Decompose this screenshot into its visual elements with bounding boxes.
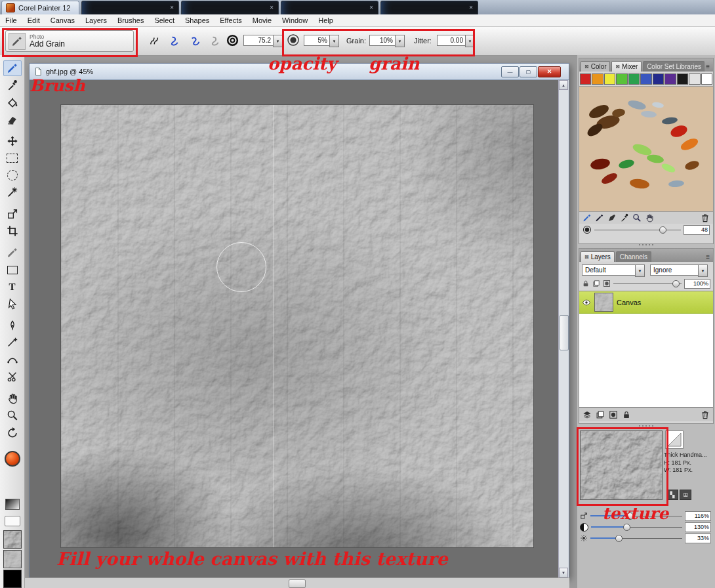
dropdown-arrow-icon[interactable]: ▼ — [395, 35, 405, 47]
dropdown-arrow-icon[interactable]: ▼ — [329, 35, 339, 47]
color-swatch[interactable] — [580, 74, 591, 85]
scroll-down-icon[interactable]: ▼ — [559, 568, 568, 578]
rotate-page-tool[interactable] — [3, 425, 22, 440]
menu-item-edit[interactable]: Edit — [22, 16, 45, 24]
tab-close-icon[interactable]: ✕ — [369, 5, 374, 10]
eraser-tool[interactable] — [3, 112, 22, 127]
layer-mask-icon[interactable] — [603, 280, 611, 287]
menu-item-window[interactable]: Window — [277, 16, 313, 24]
tab-close-icon[interactable]: ✕ — [170, 5, 174, 10]
new-mask-icon[interactable] — [609, 410, 618, 419]
mix-slider[interactable] — [594, 226, 681, 234]
rect-shape-tool[interactable] — [3, 262, 22, 278]
nozzle-selector[interactable] — [3, 513, 22, 529]
mixer-brush-icon[interactable] — [582, 213, 592, 222]
opacity-value[interactable]: 75.2 — [243, 35, 273, 46]
composite-depth-select[interactable]: Ignore ▼ — [650, 264, 708, 276]
tab-layers[interactable]: ⊠ Layers — [581, 251, 615, 262]
menu-item-canvas[interactable]: Canvas — [45, 16, 80, 24]
stroke-option-icon[interactable] — [208, 32, 224, 50]
color-swatch[interactable] — [653, 74, 664, 85]
vertical-scrollbar[interactable]: ▲ ▼ — [558, 80, 569, 578]
stroke-option-icon[interactable] — [188, 32, 203, 50]
magic-wand-tool[interactable] — [3, 184, 22, 200]
layer-visibility-icon[interactable] — [582, 298, 591, 307]
delete-layer-icon[interactable] — [701, 410, 710, 419]
text-tool[interactable]: T — [3, 279, 22, 295]
shape-select-tool[interactable] — [3, 296, 22, 312]
tab-channels[interactable]: Channels — [616, 251, 651, 262]
paper-contrast-slider[interactable] — [591, 523, 682, 532]
paper-contrast-value[interactable]: 130% — [685, 522, 711, 532]
weave-selector[interactable] — [3, 570, 22, 588]
mixer-dropper-icon[interactable] — [620, 213, 629, 222]
pen-tool[interactable] — [3, 318, 22, 333]
grain-value[interactable]: 10% — [369, 35, 395, 46]
lock-layer-icon[interactable] — [622, 410, 631, 419]
mixer-zoom-icon[interactable] — [632, 213, 642, 222]
dropdown-arrow-icon[interactable]: ▼ — [698, 264, 708, 277]
color-swatch[interactable] — [677, 74, 688, 85]
dropper-tool[interactable] — [3, 77, 22, 93]
menu-item-shapes[interactable]: Shapes — [180, 16, 214, 24]
color-swatch[interactable] — [592, 74, 603, 85]
color-swatch[interactable] — [604, 74, 615, 85]
mixer-brush2-icon[interactable] — [595, 213, 604, 222]
palette-knife-icon[interactable] — [607, 213, 617, 222]
cloner-tool[interactable] — [3, 245, 22, 261]
panel-menu-icon[interactable]: ≡ — [706, 63, 712, 72]
layer-row-canvas[interactable]: Canvas — [579, 291, 713, 314]
horizontal-scroll-thumb[interactable] — [289, 579, 306, 588]
document-titlebar[interactable]: ghf.jpg @ 45% — ▢ ✕ — [30, 64, 569, 80]
menu-item-help[interactable]: Help — [313, 16, 338, 24]
tab-close-icon[interactable]: ✕ — [469, 5, 474, 10]
pickup-underlying-icon[interactable] — [592, 280, 600, 287]
dropdown-arrow-icon[interactable]: ▼ — [465, 35, 475, 47]
color-swatch[interactable] — [664, 74, 676, 85]
panel-grip[interactable] — [639, 425, 653, 427]
resat-value[interactable]: 5% — [304, 35, 329, 46]
maximize-button[interactable]: ▢ — [520, 66, 537, 77]
color-swatch[interactable] — [689, 74, 700, 85]
panel-grip[interactable] — [639, 244, 653, 245]
add-point-tool[interactable] — [3, 335, 22, 350]
jitter-field[interactable]: 0.00 ▼ — [437, 35, 475, 46]
paper-options-button[interactable]: ⊞ — [680, 490, 691, 500]
magnifier-tool[interactable] — [3, 408, 22, 423]
canvas[interactable] — [61, 105, 533, 547]
mixer-hand-icon[interactable] — [645, 213, 654, 222]
hidden-tab[interactable]: ✕ — [181, 1, 279, 14]
composite-method-select[interactable]: Default ▼ — [582, 264, 645, 276]
paper-brightness-slider[interactable] — [590, 534, 682, 543]
menu-item-effects[interactable]: Effects — [214, 16, 247, 24]
new-layer-icon[interactable] — [596, 410, 605, 419]
layer-commands-icon[interactable] — [582, 410, 592, 419]
brush-selector[interactable]: Photo Add Grain — [5, 30, 134, 52]
menu-item-select[interactable]: Select — [149, 16, 180, 24]
paper-invert-button[interactable]: ▚ — [666, 490, 678, 500]
preserve-transparency-icon[interactable] — [582, 280, 590, 287]
scissors-tool[interactable] — [3, 369, 22, 385]
menu-item-movie[interactable]: Movie — [247, 16, 277, 24]
tab-color-set-libraries[interactable]: Color Set Libraries — [643, 61, 705, 72]
tab-close-box-icon[interactable]: ⊠ — [584, 255, 589, 260]
color-swatch[interactable] — [640, 74, 651, 85]
horizontal-scrollbar[interactable] — [25, 578, 569, 588]
pattern-selector[interactable] — [3, 550, 22, 568]
rect-select-tool[interactable] — [3, 150, 22, 166]
mixer-trash-icon[interactable] — [701, 213, 710, 222]
layer-adjuster-tool[interactable] — [3, 133, 22, 149]
composite-depth-value[interactable]: Ignore — [650, 264, 698, 276]
hidden-tab[interactable]: ✕ — [380, 1, 478, 14]
tab-close-box-icon[interactable]: ⊠ — [584, 64, 589, 70]
dropdown-arrow-icon[interactable]: ▼ — [635, 264, 645, 277]
panel-menu-icon[interactable]: ≡ — [706, 253, 712, 262]
paper-brightness-value[interactable]: 33% — [685, 534, 711, 543]
grabber-tool[interactable] — [3, 390, 22, 406]
jitter-value[interactable]: 0.00 — [437, 35, 465, 46]
gradient-selector[interactable] — [3, 496, 22, 512]
opacity-field[interactable]: 75.2 ▼ — [243, 35, 283, 46]
layer-opacity-value[interactable]: 100% — [684, 279, 710, 289]
mixer-pad[interactable] — [579, 86, 713, 212]
grain-field[interactable]: 10% ▼ — [369, 35, 405, 46]
